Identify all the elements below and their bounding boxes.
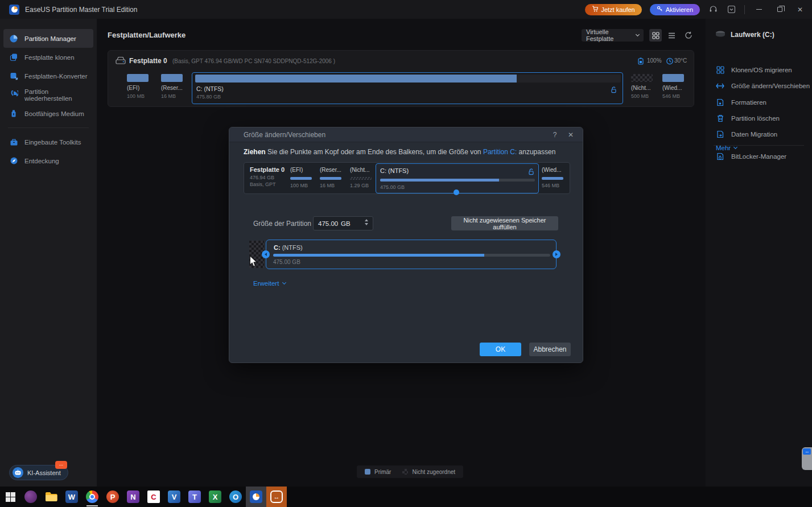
sidebar-item-partition-recovery[interactable]: Partition wiederherstellen xyxy=(3,85,93,104)
taskbar-app-purple[interactable] xyxy=(20,487,41,507)
sidebar-item-clone-disk[interactable]: Festplatte klonen xyxy=(3,48,93,67)
sidebar-item-label: Entdeckung xyxy=(24,158,59,164)
fill-unallocated-button[interactable]: Nicht zugewiesenen Speicher auffüllen xyxy=(451,216,558,230)
partition-bar xyxy=(161,74,183,82)
taskbar-visio[interactable]: V xyxy=(164,487,184,507)
taskbar-word[interactable]: W xyxy=(61,487,82,507)
sidebar-item-partition-manager[interactable]: Partition Manager xyxy=(3,29,93,48)
size-stepper[interactable] xyxy=(365,219,368,225)
partition-size: 475.00 GB xyxy=(380,184,405,190)
partition-bar xyxy=(631,74,653,82)
minimize-button[interactable] xyxy=(753,3,765,16)
activate-button[interactable]: Aktivieren xyxy=(650,4,700,15)
unlocked-bitlocker-icon xyxy=(611,85,617,96)
sidebar-item-bootable-media[interactable]: Bootfähiges Medium xyxy=(3,104,93,123)
resize-handle-right[interactable] xyxy=(553,250,560,258)
support-headset-icon[interactable] xyxy=(708,5,718,15)
partition-size-unit: GB xyxy=(341,220,351,227)
virtual-disk-dropdown[interactable]: Virtuelle Festplatte xyxy=(582,29,644,42)
slider-partition-box[interactable]: C: (NTFS) 475.00 GB xyxy=(266,240,557,269)
ok-button[interactable]: OK xyxy=(480,343,521,356)
menu-dropdown-icon[interactable] xyxy=(726,5,736,15)
unallocated-swatch xyxy=(402,469,408,475)
pie-chart-icon xyxy=(9,34,18,43)
action-clone-migrate[interactable]: Klonen/OS migrieren xyxy=(706,62,812,78)
selection-connector-dot xyxy=(454,189,459,195)
strip-disk-layout: Basis, GPT xyxy=(250,182,276,187)
action-delete-partition[interactable]: Partition löschen xyxy=(706,110,812,126)
legend-primary-label: Primär xyxy=(374,469,391,475)
ai-assistant-label: KI-Assistent xyxy=(27,469,61,476)
taskbar-teams[interactable]: T xyxy=(184,487,205,507)
taskbar-teamviewer[interactable]: ↔ xyxy=(266,487,287,507)
more-link[interactable]: Mehr xyxy=(716,145,737,151)
taskbar-onenote[interactable]: N xyxy=(123,487,143,507)
virtual-disk-dropdown-value: Virtuelle Festplatte xyxy=(586,28,636,42)
strip-partition-c-selected[interactable]: C: (NTFS) 475.00 GB xyxy=(376,163,539,193)
sidebar-item-label: Festplatten-Konverter xyxy=(24,73,88,80)
trash-icon xyxy=(716,114,724,123)
action-data-migration[interactable]: Daten Migration xyxy=(706,126,812,142)
taskbar-easeus[interactable] xyxy=(246,487,266,507)
refresh-button[interactable] xyxy=(682,29,695,42)
restore-button[interactable] xyxy=(773,3,786,16)
sidebar-item-label: Partition wiederherstellen xyxy=(24,88,93,102)
temperature-icon xyxy=(666,57,673,67)
partition-size: 1.29 GB xyxy=(350,183,369,188)
partition-size: 546 MB xyxy=(542,183,559,188)
instruction-partition-link[interactable]: Partition C: xyxy=(483,148,517,156)
taskbar-file-explorer[interactable] xyxy=(41,487,61,507)
instruction-end: anzupassen xyxy=(517,148,555,156)
list-view-button[interactable] xyxy=(665,29,678,42)
dialog-help-button[interactable]: ? xyxy=(550,130,559,139)
partition-c-selected[interactable]: C: (NTFS) 475.80 GB xyxy=(192,72,623,104)
action-format[interactable]: Formatieren xyxy=(706,94,812,110)
taskbar-excel[interactable]: X xyxy=(205,487,225,507)
advanced-link[interactable]: Erweitert xyxy=(253,280,286,287)
close-button[interactable]: ✕ xyxy=(794,3,806,16)
cancel-button[interactable]: Abbrechen xyxy=(529,343,571,356)
taskbar-chrome[interactable] xyxy=(82,487,102,507)
disk-name: Festplatte 0 xyxy=(129,57,167,65)
buy-now-label: Jetzt kaufen xyxy=(601,6,634,13)
partition-bar xyxy=(320,177,341,180)
step-up-icon[interactable] xyxy=(365,219,368,221)
action-label: Daten Migration xyxy=(731,131,777,138)
legend-unallocated-label: Nicht zugeordnet xyxy=(412,469,455,475)
chevron-down-icon xyxy=(733,145,737,149)
assistant-notification-badge[interactable]: ... xyxy=(55,461,67,469)
partition-size: 475.80 GB xyxy=(196,94,221,100)
format-icon xyxy=(716,98,724,107)
partition-size: 500 MB xyxy=(631,93,649,99)
partition-label: C: (NTFS) xyxy=(380,167,409,174)
partition-label: (Nicht... xyxy=(631,85,650,91)
taskbar-outlook[interactable]: O xyxy=(225,487,246,507)
disk-temperature-value: 30°C xyxy=(674,57,687,64)
drive-title: Laufwerk (C:) xyxy=(731,31,774,39)
active-app-indicator xyxy=(86,505,98,506)
start-button[interactable] xyxy=(0,487,20,507)
sidebar-item-disk-converter[interactable]: Festplatten-Konverter xyxy=(3,67,93,85)
resize-handle-left[interactable] xyxy=(262,250,270,258)
dialog-close-button[interactable]: ✕ xyxy=(566,130,575,139)
grid-view-button[interactable] xyxy=(649,29,662,42)
sidebar-item-builtin-toolkits[interactable]: Eingebaute Toolkits xyxy=(3,133,93,151)
sidebar-item-label: Partition Manager xyxy=(24,35,76,42)
teamviewer-icon: ↔ xyxy=(803,448,811,455)
buy-now-button[interactable]: Jetzt kaufen xyxy=(585,4,641,15)
right-action-panel: Laufwerk (C:) Klonen/OS migrieren Größe … xyxy=(706,19,812,487)
converter-icon xyxy=(9,72,18,81)
toolbox-icon xyxy=(9,138,18,147)
partition-size-input[interactable]: 475.00 GB xyxy=(313,216,373,230)
teamviewer-edge-tab[interactable]: ↔ xyxy=(802,447,812,470)
partition-label: (Wied... xyxy=(542,167,561,173)
sidebar-item-discovery[interactable]: Entdeckung xyxy=(3,151,93,170)
dialog-title: Größe ändern/Verschieben xyxy=(244,131,325,139)
action-resize-move[interactable]: Größe ändern/Verschieben xyxy=(706,78,812,94)
step-down-icon[interactable] xyxy=(365,223,368,225)
chevron-down-icon xyxy=(282,281,286,285)
taskbar-powerpoint[interactable]: P xyxy=(102,487,123,507)
taskbar-citrix[interactable]: C xyxy=(143,487,164,507)
unlocked-bitlocker-icon xyxy=(528,167,534,178)
compass-icon xyxy=(9,156,18,166)
